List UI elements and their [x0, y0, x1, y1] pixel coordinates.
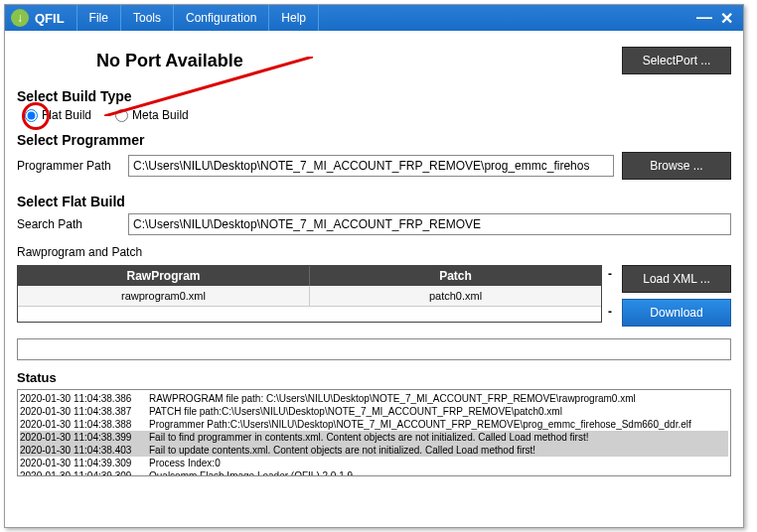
flat-build-radio[interactable]: Flat Build: [25, 108, 91, 122]
download-button[interactable]: Download: [622, 299, 731, 327]
status-row: 2020-01-30 11:04:39.309Process Index:0: [20, 457, 728, 469]
titlebar: QFIL File Tools Configuration Help — ✕: [5, 5, 743, 31]
dash-column: --: [608, 265, 616, 321]
rawprogram-table: RawProgram Patch rawprogram0.xml patch0.…: [17, 265, 602, 323]
programmer-path-input[interactable]: [128, 155, 614, 177]
app-window: QFIL File Tools Configuration Help — ✕ N…: [4, 4, 744, 528]
close-icon[interactable]: ✕: [715, 9, 737, 28]
menu-tools[interactable]: Tools: [120, 5, 173, 31]
port-status-text: No Port Available: [96, 51, 243, 71]
status-row: 2020-01-30 11:04:38.388Programmer Path:C…: [20, 418, 728, 431]
menu-configuration[interactable]: Configuration: [173, 5, 268, 31]
search-path-input[interactable]: [128, 213, 731, 235]
search-path-row: Search Path: [17, 213, 731, 235]
rawprogram-header: RawProgram: [18, 266, 310, 286]
progress-bar: [17, 338, 731, 360]
programmer-path-label: Programmer Path: [17, 159, 120, 173]
status-log[interactable]: 2020-01-30 11:04:38.386RAWPROGRAM file p…: [17, 389, 731, 476]
programmer-row: Programmer Path Browse ...: [17, 152, 731, 180]
minimize-icon[interactable]: —: [693, 9, 715, 27]
rawprogram-value: rawprogram0.xml: [18, 286, 310, 306]
status-row: 2020-01-30 11:04:38.386RAWPROGRAM file p…: [20, 392, 728, 405]
status-row: 2020-01-30 11:04:38.387PATCH file path:C…: [20, 405, 728, 418]
content: No Port Available SelectPort ... Select …: [5, 31, 743, 484]
status-row: 2020-01-30 11:04:38.399Fail to find prog…: [20, 431, 728, 444]
build-type-label: Select Build Type: [17, 88, 731, 104]
rawprogram-panel: RawProgram Patch rawprogram0.xml patch0.…: [17, 265, 731, 327]
app-logo-icon: [11, 9, 29, 27]
menu-help[interactable]: Help: [268, 5, 319, 31]
status-label: Status: [17, 370, 731, 385]
patch-header: Patch: [310, 266, 601, 286]
app-title: QFIL: [35, 11, 76, 26]
status-row: 2020-01-30 11:04:38.403Fail to update co…: [20, 444, 728, 457]
load-xml-button[interactable]: Load XML ...: [622, 265, 731, 293]
menu-file[interactable]: File: [76, 5, 120, 31]
port-row: No Port Available SelectPort ...: [17, 47, 731, 74]
meta-build-radio[interactable]: Meta Build: [115, 108, 189, 122]
build-type-radios: Flat Build Meta Build: [17, 108, 731, 122]
select-programmer-label: Select Programmer: [17, 132, 731, 148]
select-flat-build-label: Select Flat Build: [17, 194, 731, 209]
status-row: 2020-01-30 11:04:39.309Qualcomm Flash Im…: [20, 469, 728, 476]
menubar: File Tools Configuration Help: [76, 5, 319, 31]
browse-button[interactable]: Browse ...: [622, 152, 731, 180]
window-controls: — ✕: [693, 9, 743, 28]
select-port-button[interactable]: SelectPort ...: [622, 47, 731, 74]
search-path-label: Search Path: [17, 217, 120, 231]
flat-build-radio-input[interactable]: [25, 109, 38, 122]
meta-build-radio-input[interactable]: [115, 109, 128, 122]
rawprogram-patch-label: Rawprogram and Patch: [17, 245, 731, 259]
patch-value: patch0.xml: [310, 286, 601, 306]
